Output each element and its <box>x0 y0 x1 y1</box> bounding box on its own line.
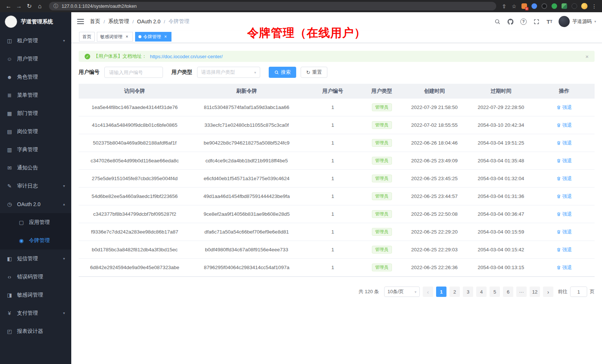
home-icon[interactable]: ⌂ <box>35 1 45 11</box>
sidebar-item-tenant[interactable]: ◫ 租户管理 ▾ <box>0 32 71 50</box>
force-logout-button[interactable]: 强退 <box>556 246 572 253</box>
search-icon[interactable] <box>494 18 501 25</box>
sidebar-item-dict[interactable]: ▥ 字典管理 <box>0 140 71 159</box>
user-type-select[interactable]: 请选择用户类型 ▾ <box>197 67 260 78</box>
tab-token-management[interactable]: 令牌管理 × <box>135 32 171 42</box>
tab-sensitive-word[interactable]: 敏感词管理 × <box>97 32 133 42</box>
help-icon[interactable]: ? <box>520 18 527 25</box>
share-icon[interactable]: ⇧ <box>501 3 507 10</box>
sidebar-item-notice[interactable]: ✉ 通知公告 <box>0 159 71 177</box>
created-time-cell: 2022-07-02 18:55:55 <box>400 116 468 134</box>
user-type-cell: 管理员 <box>363 205 400 223</box>
pagination-page-2[interactable]: 2 <box>449 287 460 297</box>
pagination-ellipsis[interactable]: ··· <box>516 287 527 297</box>
action-cell: 强退 <box>534 241 595 258</box>
sidebar-item-label: 岗位管理 <box>17 128 38 135</box>
extension-icon[interactable] <box>531 3 537 10</box>
sidebar-item-dept[interactable]: ▦ 部门管理 <box>0 104 71 122</box>
force-logout-button[interactable]: 强退 <box>556 104 572 111</box>
sidebar-item-report-designer[interactable]: ◰ 报表设计器 <box>0 322 71 340</box>
site-info-icon[interactable]: ⓘ <box>53 3 58 10</box>
sidebar-item-oauth[interactable]: ◷ OAuth 2.0 ▴ <box>0 195 71 213</box>
extensions-puzzle-icon[interactable] <box>561 3 567 10</box>
pagination-next-icon[interactable]: › <box>543 287 553 297</box>
extension-icon[interactable]: 0 <box>521 3 527 10</box>
pagination-prev-icon[interactable]: ‹ <box>423 287 433 297</box>
sidebar-item-menu[interactable]: ≣ 菜单管理 <box>0 86 71 104</box>
sidebar-item-post[interactable]: ▤ 岗位管理 <box>0 122 71 140</box>
force-logout-button[interactable]: 强退 <box>556 211 572 218</box>
user-type-cell: 管理员 <box>363 116 400 134</box>
column-header: 过期时间 <box>468 84 534 99</box>
action-cell: 强退 <box>534 259 595 276</box>
sidebar-item-label: 应用管理 <box>29 219 50 226</box>
reset-button[interactable]: ↻ 重置 <box>301 67 327 78</box>
browser-menu-icon[interactable]: ⋮ <box>591 3 598 10</box>
close-icon[interactable]: × <box>163 34 168 39</box>
sidebar-item-label: 部门管理 <box>17 110 38 117</box>
doc-alert-link[interactable]: https://doc.iocoder.cn/user-center/ <box>150 54 223 59</box>
close-icon[interactable]: × <box>585 53 589 60</box>
tab-label: 敏感词管理 <box>100 34 122 40</box>
success-check-icon: ✓ <box>85 54 90 59</box>
extension-icon[interactable] <box>571 3 578 10</box>
force-logout-button[interactable]: 强退 <box>556 229 572 235</box>
reload-icon[interactable]: ↻ <box>24 1 34 11</box>
sidebar-item-sensitive-word[interactable]: ◨ 敏感词管理 <box>0 286 71 304</box>
pagination-page-12[interactable]: 12 <box>530 287 540 297</box>
extension-icon[interactable] <box>551 3 557 10</box>
font-size-icon[interactable]: TT <box>546 18 553 25</box>
force-logout-button[interactable]: 强退 <box>556 140 572 146</box>
expire-time-cell: 2054-03-04 00:13:15 <box>468 259 534 276</box>
force-logout-button[interactable]: 强退 <box>556 193 572 200</box>
user-type-placeholder: 请选择用户类型 <box>201 69 235 76</box>
sidebar-item-user[interactable]: ☺ 用户管理 <box>0 50 71 68</box>
browser-profile-avatar[interactable] <box>581 3 588 10</box>
force-logout-button[interactable]: 强退 <box>556 175 572 182</box>
force-logout-button[interactable]: 强退 <box>556 158 572 164</box>
chevron-down-icon: ▾ <box>415 290 416 294</box>
expire-time-cell: 2054-03-04 00:15:59 <box>468 223 534 241</box>
user-name: 芋道源码 <box>572 18 592 25</box>
address-bar[interactable]: ⓘ 127.0.0.1:1024/system/oauth2/token <box>49 2 496 10</box>
created-time-cell: 2022-06-25 22:29:20 <box>400 223 468 241</box>
sidebar-item-error-code[interactable]: ‹› 错误码管理 <box>0 268 71 286</box>
pagination-page-4[interactable]: 4 <box>476 287 487 297</box>
github-icon[interactable] <box>507 18 514 25</box>
breadcrumb-item[interactable]: 首页 <box>90 18 100 25</box>
back-icon[interactable]: ← <box>4 1 13 11</box>
search-button[interactable]: 搜索 <box>269 67 296 78</box>
breadcrumb-item[interactable]: 系统管理 <box>108 18 129 25</box>
close-icon[interactable]: × <box>124 34 130 39</box>
pagination-page-6[interactable]: 6 <box>503 287 513 297</box>
search-button-label: 搜索 <box>281 69 291 76</box>
force-logout-button[interactable]: 强退 <box>556 122 572 129</box>
forward-icon[interactable]: → <box>14 1 24 11</box>
user-id-input[interactable] <box>104 67 163 78</box>
page-size-select[interactable]: 10条/页 ▾ <box>384 287 420 297</box>
force-logout-button[interactable]: 强退 <box>556 264 572 271</box>
sidebar-item-payment[interactable]: ¥ 支付管理 ▾ <box>0 304 71 322</box>
user-menu[interactable]: 芋道源码 ▾ <box>559 16 596 27</box>
refresh-token-cell: 9ce8ef2aa9f14056b831ae9b608e28d5 <box>191 205 303 223</box>
user-type-badge: 管理员 <box>372 246 392 253</box>
pagination-page-1[interactable]: 1 <box>436 287 446 297</box>
pagination-page-3[interactable]: 3 <box>463 287 473 297</box>
refresh-token-cell: b0df4980ffd34c67a08f9156e4eee733 <box>191 241 303 258</box>
sidebar-item-role[interactable]: ☻ 角色管理 <box>0 68 71 86</box>
app-logo[interactable]: 芋道管理系统 <box>0 12 71 31</box>
sidebar-item-audit-log[interactable]: ✎ 审计日志 ▾ <box>0 177 71 195</box>
sidebar-item-app-management[interactable]: ▢ 应用管理 <box>0 213 71 231</box>
goto-page-input[interactable] <box>570 287 587 297</box>
fullscreen-icon[interactable] <box>533 18 540 25</box>
extension-icon[interactable] <box>541 3 547 10</box>
dict-icon: ▥ <box>6 147 13 153</box>
sidebar-item-sms[interactable]: ◧ 短信管理 ▾ <box>0 249 71 268</box>
tab-home[interactable]: 首页 <box>79 32 95 42</box>
bookmark-star-icon[interactable]: ☆ <box>511 3 517 10</box>
breadcrumb-item[interactable]: OAuth 2.0 <box>137 19 160 24</box>
user-icon: ☺ <box>6 56 13 62</box>
pagination-page-5[interactable]: 5 <box>490 287 500 297</box>
sidebar-item-token-management[interactable]: ◉ 令牌管理 <box>0 231 71 249</box>
sidebar-toggle-icon[interactable] <box>76 17 85 26</box>
